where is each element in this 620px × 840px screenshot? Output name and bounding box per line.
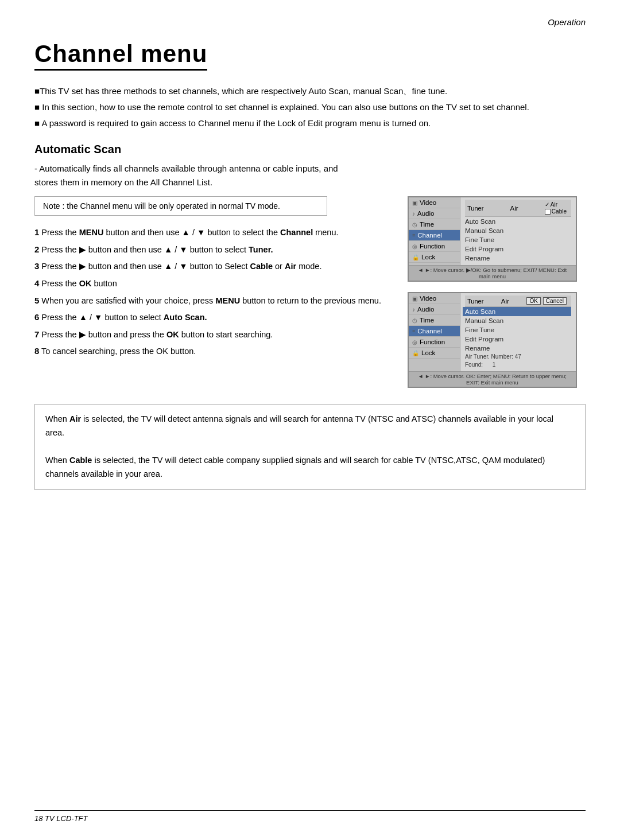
step-3: 3 Press the ▶ button and then use ▲ / ▼ …: [34, 259, 390, 274]
bottom-para1: When Air is selected, the TV will detect…: [45, 413, 575, 440]
menu2-item-time: ◷ Time: [409, 315, 460, 326]
tv-menu-1-footer: ◄ ►: Move cursor. ▶/OK: Go to submenu; E…: [409, 265, 576, 281]
page-footer: 18 TV LCD-TFT: [34, 810, 586, 823]
menu2-fine-tune: Fine Tune: [465, 325, 571, 335]
menu2-manual-scan: Manual Scan: [465, 316, 571, 325]
tv-menu-1-sidebar: ▣ Video ♪ Audio ◷ Time ≡: [409, 197, 460, 265]
bottom-info-box: When Air is selected, the TV will detect…: [34, 404, 586, 490]
tv-menu-2-sidebar: ▣ Video ♪ Audio ◷ Time ≡: [409, 293, 460, 371]
menu2-edit-program: Edit Program: [465, 335, 571, 344]
film-icon: ▣: [412, 200, 417, 206]
cancel-button-display: Cancel: [543, 297, 567, 305]
tv-menu-2: ▣ Video ♪ Audio ◷ Time ≡: [408, 292, 577, 388]
tv-menu-2-right: Tuner Air OK Cancel Auto Scan Manual Sca…: [460, 293, 576, 371]
tv-menu-1-items: Auto Scan Manual Scan Fine Tune Edit Pro…: [465, 217, 571, 263]
menu1-item-audio: ♪ Audio: [409, 208, 460, 219]
right-menus: ▣ Video ♪ Audio ◷ Time ≡: [408, 196, 586, 388]
clock-icon: ◷: [412, 221, 417, 228]
audio-icon-2: ♪: [412, 306, 415, 313]
menu2-auto-scan: Auto Scan: [463, 307, 571, 316]
ok-button-display: OK: [526, 297, 540, 305]
menu1-manual-scan: Manual Scan: [465, 226, 571, 235]
menu1-item-time: ◷ Time: [409, 219, 460, 230]
menu2-item-video: ▣ Video: [409, 293, 460, 304]
menu1-item-channel: ≡ Channel: [409, 230, 460, 241]
step-7: 7 Press the ▶ button and press the OK bu…: [34, 327, 390, 342]
tv-menu-2-items: Auto Scan Manual Scan Fine Tune Edit Pro…: [465, 307, 571, 353]
menu1-fine-tune: Fine Tune: [465, 235, 571, 244]
menu2-item-audio: ♪ Audio: [409, 304, 460, 315]
auto-scan-title: Automatic Scan: [34, 143, 586, 156]
step-1: 1 Press the MENU button and then use ▲ /…: [34, 225, 390, 240]
note-box: Note : the Channel menu will be only ope…: [34, 196, 327, 216]
lock-icon-2: 🔒: [412, 350, 419, 356]
instruction-steps: 1 Press the MENU button and then use ▲ /…: [34, 225, 390, 359]
intro-line2: ■ In this section, how to use the remote…: [34, 100, 586, 114]
menu1-rename: Rename: [465, 254, 571, 263]
menu1-item-function: ◎ Function: [409, 241, 460, 252]
menu2-rename: Rename: [465, 344, 571, 353]
film-icon-2: ▣: [412, 295, 417, 302]
main-content: Note : the Channel menu will be only ope…: [34, 196, 586, 388]
clock-icon-2: ◷: [412, 317, 417, 324]
tv-menu-2-topbar: Tuner Air OK Cancel: [465, 295, 571, 307]
step-4: 4 Press the OK button: [34, 276, 390, 291]
menu2-item-lock: 🔒 Lock: [409, 348, 460, 359]
menu1-auto-scan: Auto Scan: [465, 217, 571, 226]
intro-section: ■This TV set has three methods to set ch…: [34, 84, 586, 130]
left-instructions: Note : the Channel menu will be only ope…: [34, 196, 390, 361]
step-8: 8 To cancel searching, press the OK butt…: [34, 344, 390, 359]
bottom-para2: When Cable is selected, the TV will dete…: [45, 454, 575, 481]
audio-icon: ♪: [412, 211, 415, 217]
menu2-item-channel: ≡ Channel: [409, 326, 460, 337]
step-6: 6 Press the ▲ / ▼ button to select Auto …: [34, 310, 390, 325]
page-title: Channel menu: [34, 40, 207, 71]
menu1-item-video: ▣ Video: [409, 197, 460, 208]
auto-scan-desc: - Automatically finds all channels avail…: [34, 162, 586, 189]
operation-label: Operation: [548, 17, 586, 27]
cable-checkbox: [545, 209, 551, 215]
channel-icon-2: ≡: [412, 328, 415, 334]
menu1-edit-program: Edit Program: [465, 244, 571, 254]
tv-menu-1-topbar: Tuner Air ✓ Air Cable: [465, 200, 571, 217]
channel-icon: ≡: [412, 232, 415, 238]
tv-menu-2-footer: ◄ ►: Move cursor. OK: Enter; MENU: Retur…: [409, 371, 576, 387]
lock-icon: 🔒: [412, 254, 419, 260]
menu1-item-lock: 🔒 Lock: [409, 252, 460, 263]
step-5: 5 When you are satisfied with your choic…: [34, 293, 390, 308]
tv-menu-1-right: Tuner Air ✓ Air Cable: [460, 197, 576, 265]
menu2-item-function: ◎ Function: [409, 337, 460, 348]
tv-menu-1: ▣ Video ♪ Audio ◷ Time ≡: [408, 196, 577, 282]
function-icon-2: ◎: [412, 339, 417, 345]
step-2: 2 Press the ▶ button and then use ▲ / ▼ …: [34, 242, 390, 257]
intro-line1: ■This TV set has three methods to set ch…: [34, 84, 586, 98]
function-icon: ◎: [412, 243, 417, 250]
intro-line3: ■ A password is required to gain access …: [34, 116, 586, 130]
found-info: Air Tuner. Number: 47Found: 1: [465, 353, 571, 369]
